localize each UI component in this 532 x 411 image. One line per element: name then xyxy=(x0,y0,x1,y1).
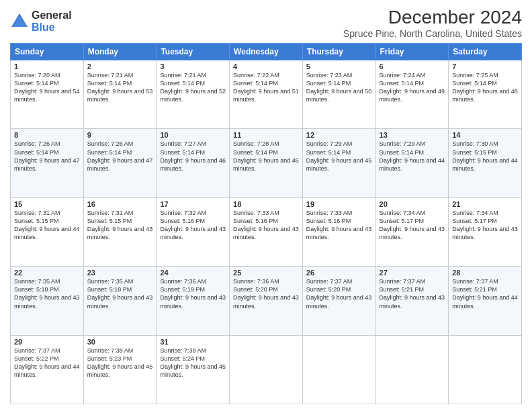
cell-info: Sunrise: 7:38 AMSunset: 5:24 PMDaylight:… xyxy=(160,347,226,379)
day-number: 14 xyxy=(452,131,518,139)
cell-info: Sunrise: 7:21 AMSunset: 5:14 PMDaylight:… xyxy=(87,71,153,104)
subtitle: Spruce Pine, North Carolina, United Stat… xyxy=(343,28,522,39)
calendar-week-5: 29Sunrise: 7:37 AMSunset: 5:22 PMDayligh… xyxy=(11,335,522,404)
day-number: 6 xyxy=(380,62,445,71)
calendar-cell: 22Sunrise: 7:35 AMSunset: 5:18 PMDayligh… xyxy=(11,267,84,335)
day-number: 18 xyxy=(233,200,299,208)
calendar-cell xyxy=(302,335,375,404)
calendar-week-1: 1Sunrise: 7:20 AMSunset: 5:14 PMDaylight… xyxy=(11,60,522,129)
calendar-cell: 8Sunrise: 7:26 AMSunset: 5:14 PMDaylight… xyxy=(11,129,84,197)
day-number: 26 xyxy=(306,269,372,277)
cell-info: Sunrise: 7:37 AMSunset: 5:21 PMDaylight:… xyxy=(452,277,518,310)
day-number: 31 xyxy=(160,338,226,346)
day-number: 13 xyxy=(380,131,445,139)
cell-info: Sunrise: 7:32 AMSunset: 5:16 PMDaylight:… xyxy=(160,209,226,242)
day-number: 17 xyxy=(160,200,226,208)
calendar-cell: 3Sunrise: 7:21 AMSunset: 5:14 PMDaylight… xyxy=(157,60,230,129)
logo-general: General xyxy=(32,9,72,21)
cell-info: Sunrise: 7:34 AMSunset: 5:17 PMDaylight:… xyxy=(380,209,445,242)
header: General Blue December 2024 Spruce Pine, … xyxy=(10,7,522,39)
day-number: 9 xyxy=(87,131,153,139)
day-number: 7 xyxy=(452,62,518,71)
cell-info: Sunrise: 7:37 AMSunset: 5:20 PMDaylight:… xyxy=(306,277,372,310)
col-friday: Friday xyxy=(375,44,449,60)
calendar-week-3: 15Sunrise: 7:31 AMSunset: 5:15 PMDayligh… xyxy=(11,197,522,266)
cell-info: Sunrise: 7:26 AMSunset: 5:14 PMDaylight:… xyxy=(87,140,153,173)
cell-info: Sunrise: 7:33 AMSunset: 5:16 PMDaylight:… xyxy=(306,209,372,242)
day-number: 16 xyxy=(87,200,153,208)
cell-info: Sunrise: 7:25 AMSunset: 5:14 PMDaylight:… xyxy=(452,71,518,104)
calendar-cell: 10Sunrise: 7:27 AMSunset: 5:14 PMDayligh… xyxy=(157,129,230,197)
cell-info: Sunrise: 7:28 AMSunset: 5:14 PMDaylight:… xyxy=(233,140,299,173)
cell-info: Sunrise: 7:27 AMSunset: 5:14 PMDaylight:… xyxy=(160,140,226,173)
col-saturday: Saturday xyxy=(449,44,522,60)
cell-info: Sunrise: 7:26 AMSunset: 5:14 PMDaylight:… xyxy=(14,140,80,173)
day-number: 4 xyxy=(233,62,299,71)
day-number: 29 xyxy=(14,338,80,346)
cell-info: Sunrise: 7:29 AMSunset: 5:14 PMDaylight:… xyxy=(306,140,372,173)
logo-icon xyxy=(10,12,29,31)
calendar-cell: 5Sunrise: 7:23 AMSunset: 5:14 PMDaylight… xyxy=(302,60,375,129)
cell-info: Sunrise: 7:36 AMSunset: 5:20 PMDaylight:… xyxy=(233,277,299,310)
cell-info: Sunrise: 7:21 AMSunset: 5:14 PMDaylight:… xyxy=(160,71,226,104)
calendar-cell xyxy=(449,335,522,404)
cell-info: Sunrise: 7:37 AMSunset: 5:21 PMDaylight:… xyxy=(380,277,445,310)
calendar-cell: 18Sunrise: 7:33 AMSunset: 5:16 PMDayligh… xyxy=(230,197,303,266)
calendar-cell xyxy=(230,335,303,404)
calendar-cell: 17Sunrise: 7:32 AMSunset: 5:16 PMDayligh… xyxy=(157,197,230,266)
day-number: 5 xyxy=(306,62,372,71)
day-number: 20 xyxy=(380,200,445,208)
col-tuesday: Tuesday xyxy=(157,44,230,60)
day-number: 22 xyxy=(14,269,80,277)
cell-info: Sunrise: 7:36 AMSunset: 5:19 PMDaylight:… xyxy=(160,277,226,310)
calendar-week-2: 8Sunrise: 7:26 AMSunset: 5:14 PMDaylight… xyxy=(11,129,522,197)
calendar-cell: 31Sunrise: 7:38 AMSunset: 5:24 PMDayligh… xyxy=(157,335,230,404)
calendar-cell: 20Sunrise: 7:34 AMSunset: 5:17 PMDayligh… xyxy=(375,197,449,266)
calendar-cell: 9Sunrise: 7:26 AMSunset: 5:14 PMDaylight… xyxy=(83,129,157,197)
header-row: Sunday Monday Tuesday Wednesday Thursday… xyxy=(11,44,522,60)
cell-info: Sunrise: 7:30 AMSunset: 5:15 PMDaylight:… xyxy=(452,140,518,173)
title-block: December 2024 Spruce Pine, North Carolin… xyxy=(343,7,522,39)
calendar-cell: 30Sunrise: 7:38 AMSunset: 5:23 PMDayligh… xyxy=(83,335,157,404)
cell-info: Sunrise: 7:20 AMSunset: 5:14 PMDaylight:… xyxy=(14,71,80,104)
calendar-cell: 16Sunrise: 7:31 AMSunset: 5:15 PMDayligh… xyxy=(83,197,157,266)
calendar-cell: 27Sunrise: 7:37 AMSunset: 5:21 PMDayligh… xyxy=(375,267,449,335)
main-title: December 2024 xyxy=(343,7,522,28)
day-number: 12 xyxy=(306,131,372,139)
page: General Blue December 2024 Spruce Pine, … xyxy=(0,0,532,411)
day-number: 3 xyxy=(160,62,226,71)
cell-info: Sunrise: 7:23 AMSunset: 5:14 PMDaylight:… xyxy=(306,71,372,104)
calendar-cell: 15Sunrise: 7:31 AMSunset: 5:15 PMDayligh… xyxy=(11,197,84,266)
day-number: 24 xyxy=(160,269,226,277)
calendar-cell: 19Sunrise: 7:33 AMSunset: 5:16 PMDayligh… xyxy=(302,197,375,266)
day-number: 2 xyxy=(87,62,153,71)
calendar-cell: 21Sunrise: 7:34 AMSunset: 5:17 PMDayligh… xyxy=(449,197,522,266)
calendar-cell: 26Sunrise: 7:37 AMSunset: 5:20 PMDayligh… xyxy=(302,267,375,335)
calendar-cell: 6Sunrise: 7:24 AMSunset: 5:14 PMDaylight… xyxy=(375,60,449,129)
calendar-cell: 24Sunrise: 7:36 AMSunset: 5:19 PMDayligh… xyxy=(157,267,230,335)
col-sunday: Sunday xyxy=(11,44,84,60)
day-number: 10 xyxy=(160,131,226,139)
calendar-cell xyxy=(375,335,449,404)
cell-info: Sunrise: 7:34 AMSunset: 5:17 PMDaylight:… xyxy=(452,209,518,242)
logo: General Blue xyxy=(10,9,72,33)
calendar-week-4: 22Sunrise: 7:35 AMSunset: 5:18 PMDayligh… xyxy=(11,267,522,335)
cell-info: Sunrise: 7:31 AMSunset: 5:15 PMDaylight:… xyxy=(14,209,80,242)
day-number: 1 xyxy=(14,62,80,71)
day-number: 19 xyxy=(306,200,372,208)
day-number: 8 xyxy=(14,131,80,139)
day-number: 28 xyxy=(452,269,518,277)
day-number: 30 xyxy=(87,338,153,346)
calendar-cell: 23Sunrise: 7:35 AMSunset: 5:18 PMDayligh… xyxy=(83,267,157,335)
cell-info: Sunrise: 7:35 AMSunset: 5:18 PMDaylight:… xyxy=(14,277,80,310)
cell-info: Sunrise: 7:31 AMSunset: 5:15 PMDaylight:… xyxy=(87,209,153,242)
day-number: 23 xyxy=(87,269,153,277)
calendar-cell: 12Sunrise: 7:29 AMSunset: 5:14 PMDayligh… xyxy=(302,129,375,197)
cell-info: Sunrise: 7:22 AMSunset: 5:14 PMDaylight:… xyxy=(233,71,299,104)
day-number: 25 xyxy=(233,269,299,277)
logo-blue: Blue xyxy=(32,21,72,34)
calendar-cell: 13Sunrise: 7:29 AMSunset: 5:14 PMDayligh… xyxy=(375,129,449,197)
calendar-cell: 11Sunrise: 7:28 AMSunset: 5:14 PMDayligh… xyxy=(230,129,303,197)
day-number: 11 xyxy=(233,131,299,139)
day-number: 15 xyxy=(14,200,80,208)
